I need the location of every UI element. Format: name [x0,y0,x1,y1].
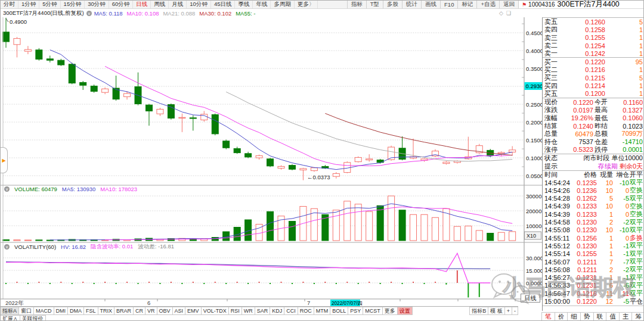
period-item[interactable]: 分时 [1,1,18,8]
indicator-button[interactable]: CCI [284,307,298,315]
trade-row[interactable]: 14:56:330.12316-6双平 [543,282,644,289]
indicator-button[interactable]: PSY [348,307,363,315]
toolbar-button[interactable]: 画线 [421,1,440,8]
toolbar-button[interactable]: 多股 [383,1,402,8]
indicator-button[interactable]: VOL-TDX [201,307,229,315]
ask-row[interactable]: 卖四0.12581 [543,26,644,33]
toolbar-button[interactable]: T型 [366,1,383,8]
indicator-button[interactable]: WR [242,307,255,315]
indicator-button[interactable]: KDJ [270,307,284,315]
period-item[interactable]: 更多〉 [295,1,318,8]
trade-row[interactable]: 14:56:270.12311-1双平 [543,274,644,282]
indicator-b-button[interactable]: - [512,307,518,315]
svg-text:0.1000: 0.1000 [526,155,543,161]
panel-tab[interactable]: 价 [555,312,568,321]
extension-button[interactable]: 关联报价 [20,315,46,321]
toolbar-button[interactable]: +自选 [476,1,499,8]
indicator-b-button[interactable]: 模 板 [488,307,505,315]
panel-tab[interactable]: 联 [593,312,607,321]
ask-row[interactable]: 卖二0.12541 [543,42,644,49]
ask-row[interactable]: 卖五0.12605 [543,18,644,26]
trade-row[interactable]: 14:54:280.12625-5双平 [543,195,644,202]
indicator-button[interactable]: TRIX [98,307,115,315]
panel-expander[interactable]: ▶ [1,147,8,173]
panel-tab[interactable]: 筹 [631,312,644,321]
trade-row[interactable]: 14:54:390.123310空换 [543,210,644,218]
toolbar-button[interactable]: 指标 [347,1,366,8]
panel-tab[interactable]: 主 [619,312,633,321]
trade-row[interactable]: 14:56:470.12161111双平 [543,289,644,297]
indicator-button[interactable]: CR [133,307,145,315]
trade-row[interactable]: 14:55:120.12301-1双平 [543,242,644,250]
diamond-tool-icon[interactable]: ◇ [499,10,503,16]
period-box[interactable]: 日线 [521,294,540,303]
period-item[interactable]: 15分钟 [61,1,85,8]
period-item[interactable]: 多周期 [271,1,295,8]
svg-text:←0.0373: ←0.0373 [307,174,330,180]
indicator-button[interactable]: VR [145,307,157,315]
bid-row[interactable]: 买二0.12161 [543,66,644,74]
indicator-button[interactable]: BRAR [114,307,134,315]
indicator-button[interactable]: EMV [185,307,202,315]
ask-row[interactable]: 卖一0.12421 [543,49,644,57]
chart-svg[interactable]: 0.45000.40000.35000.25000.20000.15000.10… [1,17,543,306]
indicator-button[interactable]: RSI [228,307,242,315]
bid-row[interactable]: 买一0.122095 [543,58,644,66]
trade-row[interactable]: 14:55:140.12551-1双平 [543,250,644,258]
period-item[interactable]: 60分钟 [109,1,134,8]
indicator-button[interactable]: BOLL [330,307,348,315]
indicator-button[interactable]: MACD [33,307,54,315]
indicator-button[interactable]: ROC [298,307,314,315]
toolbar-button[interactable]: 返回 [499,1,518,8]
bid-row[interactable]: 买四0.12141 [543,82,644,89]
window-tool-icon[interactable]: ❏ [506,10,511,16]
indicator-button[interactable]: MCST [363,307,383,315]
panel-tab[interactable]: 细 [567,312,581,321]
period-item[interactable]: 月线 [169,1,187,8]
trade-row[interactable]: 14:56:080.12112-2双平 [543,266,644,273]
indicator-button[interactable]: FSL [83,307,98,315]
panel-tab[interactable]: 势 [580,312,594,321]
volume-collapse-icon[interactable]: ∨ [4,186,10,192]
trade-row[interactable]: 15:00:000.122012-5平仓 [543,297,644,305]
period-item[interactable]: 10分钟 [187,1,211,8]
period-item[interactable]: 年线 [253,1,271,8]
volatility-collapse-icon[interactable]: ∨ [4,244,10,250]
indicator-button[interactable]: SAR [255,307,271,315]
period-item[interactable]: 5分钟 [39,1,60,8]
trade-row[interactable]: 14:54:390.1233100空换 [543,202,644,210]
toolbar-button[interactable]: 统计 [402,1,421,8]
bid-row[interactable]: 买三0.12155 [543,74,644,82]
panel-tab[interactable]: 值 [606,312,620,321]
extension-button[interactable]: 扩展∧ [0,315,20,321]
trade-row[interactable]: 14:55:080.123010-10双平 [543,226,644,234]
trade-row[interactable]: 14:54:260.1236100空换 [543,186,644,194]
bid-row[interactable]: 买五0.12001 [543,90,644,98]
ask-row[interactable]: 卖三0.12551 [543,34,644,42]
indicator-b-button[interactable]: + [504,307,512,315]
period-item[interactable]: 季线 [235,1,253,8]
period-item[interactable]: 45日线 [211,1,236,8]
indicator-button[interactable]: ASI [172,307,186,315]
indicator-button[interactable]: DMI [54,307,69,315]
trade-row[interactable]: 14:56:070.12117-7双平 [543,258,644,266]
trade-row[interactable]: 14:54:580.12302-2双平 [543,218,644,226]
toolbar-button[interactable]: 标记 [457,1,476,8]
indicator-button[interactable]: DMA [67,307,84,315]
indicator-button[interactable]: MTM [314,307,331,315]
indicator-button[interactable]: OBV [157,307,173,315]
trade-row[interactable]: 14:54:240.123510-10双平 [543,179,644,186]
period-item[interactable]: 周线 [151,1,169,8]
period-item[interactable]: 30分钟 [85,1,109,8]
indicator-group-button[interactable]: 窗口 [18,307,34,315]
toolbar-button[interactable]: F10 [440,1,457,8]
trade-row[interactable]: 14:55:110.125610多换 [543,234,644,242]
period-item[interactable]: 1分钟 [18,1,39,8]
indicator-collapse-icon[interactable]: ∨ [86,11,92,16]
settings-button[interactable]: 设置 [397,307,413,315]
indicator-b-button[interactable]: 指标B [469,307,488,315]
indicator-group-button[interactable]: 指标A [0,307,19,315]
period-item[interactable]: 日线 [133,1,151,8]
panel-tab[interactable]: 笔 [541,312,555,321]
more-indicators-button[interactable]: 更多 [382,307,398,315]
